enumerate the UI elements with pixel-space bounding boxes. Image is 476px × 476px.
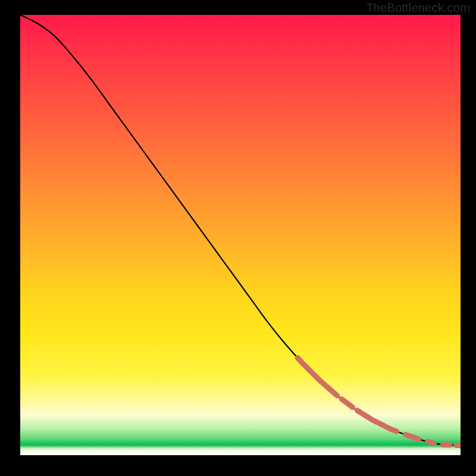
highlight-segment [379,423,386,427]
chart-svg [20,15,461,455]
chart-plot-area [20,15,461,455]
attribution-label: TheBottleneck.com [366,1,470,15]
highlight-segments [298,358,461,445]
highlight-segment [342,399,353,408]
highlight-segment [428,441,434,443]
highlight-segment [443,444,449,445]
highlight-segment [406,434,419,439]
highlight-segment [357,411,377,422]
highlight-segment [388,428,397,431]
bottleneck-curve [20,15,461,446]
highlight-segment [298,358,337,396]
